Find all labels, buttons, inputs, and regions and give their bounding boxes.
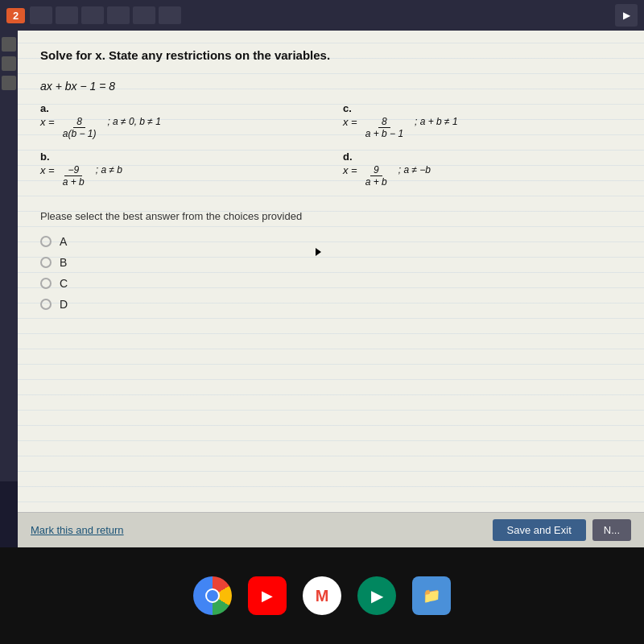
main-content: Solve for x. State any restrictions on t… — [18, 31, 644, 547]
side-item — [2, 56, 16, 71]
denominator-b: a + b — [60, 176, 88, 188]
files-icon[interactable]: 📁 — [412, 576, 451, 615]
bottom-buttons: Save and Exit N... — [493, 519, 631, 541]
chrome-center — [205, 588, 220, 603]
numerator-a: 8 — [73, 116, 85, 128]
tab-dot — [107, 6, 130, 24]
choice-d: d. x = 9 a + b ; a ≠ −b — [343, 151, 621, 188]
choice-a: a. x = 8 a(b − 1) ; a ≠ 0, b ≠ 1 — [40, 102, 319, 139]
choice-b-label: b. — [40, 151, 319, 163]
tab-dots — [30, 6, 610, 24]
save-exit-button[interactable]: Save and Exit — [493, 519, 586, 541]
youtube-icon[interactable]: ▶ — [248, 576, 287, 615]
radio-option-a[interactable]: A — [40, 235, 621, 248]
denominator-c: a + b − 1 — [362, 128, 407, 139]
choice-a-content: x = 8 a(b − 1) ; a ≠ 0, b ≠ 1 — [40, 116, 319, 139]
choice-c-content: x = 8 a + b − 1 ; a + b ≠ 1 — [343, 116, 621, 139]
restriction-d: ; a ≠ −b — [398, 164, 431, 175]
gmail-icon[interactable]: M — [303, 576, 341, 615]
tab-dot — [81, 6, 104, 24]
numerator-b: −9 — [64, 164, 82, 176]
restriction-c: ; a + b ≠ 1 — [415, 116, 458, 127]
x-equals-b: x = — [40, 164, 55, 176]
choice-d-label: d. — [343, 151, 621, 163]
radio-option-c[interactable]: C — [40, 277, 621, 290]
radio-circle-b[interactable] — [40, 257, 52, 268]
radio-label-a: A — [60, 235, 67, 248]
question-title: Solve for x. State any restrictions on t… — [40, 47, 621, 64]
fraction-b: −9 a + b — [60, 164, 88, 188]
choice-c-label: c. — [343, 102, 621, 114]
next-button[interactable]: N... — [592, 519, 631, 541]
choice-d-content: x = 9 a + b ; a ≠ −b — [343, 164, 621, 188]
numerator-c: 8 — [378, 116, 390, 128]
side-item — [2, 76, 16, 90]
radio-option-b[interactable]: B — [40, 256, 621, 269]
radio-label-b: B — [60, 256, 67, 269]
files-folder-icon: 📁 — [423, 587, 440, 605]
gmail-letter-icon: M — [316, 587, 329, 605]
tab-number[interactable]: 2 — [6, 8, 25, 23]
radio-option-d[interactable]: D — [40, 298, 621, 311]
tab-dot — [133, 6, 155, 24]
side-item — [2, 37, 16, 52]
radio-group: A B C D — [40, 235, 621, 311]
radio-label-d: D — [60, 298, 68, 311]
side-panel — [0, 31, 18, 481]
play-store-icon[interactable]: ▶ — [357, 576, 396, 615]
radio-circle-c[interactable] — [40, 278, 52, 289]
denominator-a: a(b − 1) — [60, 128, 100, 139]
play-button[interactable]: ▶ — [615, 4, 638, 27]
mouse-cursor — [316, 248, 321, 256]
select-prompt: Please select the best answer from the c… — [40, 210, 621, 222]
chrome-icon[interactable] — [193, 576, 232, 615]
fraction-d: 9 a + b — [362, 164, 390, 188]
choices-grid: a. x = 8 a(b − 1) ; a ≠ 0, b ≠ 1 c. x = … — [40, 102, 621, 188]
restriction-b: ; a ≠ b — [96, 164, 122, 175]
taskbar: ▶ M ▶ 📁 — [0, 547, 644, 644]
x-equals-a: x = — [40, 116, 55, 128]
restriction-a: ; a ≠ 0, b ≠ 1 — [107, 116, 161, 127]
numerator-d: 9 — [370, 164, 382, 176]
x-equals-d: x = — [343, 164, 357, 176]
radio-label-c: C — [60, 277, 68, 290]
choice-b-content: x = −9 a + b ; a ≠ b — [40, 164, 319, 188]
mark-return-link[interactable]: Mark this and return — [31, 524, 124, 536]
tab-dot — [56, 6, 78, 24]
top-bar: 2 ▶ — [0, 0, 644, 31]
play-store-arrow-icon: ▶ — [371, 586, 383, 605]
choice-a-label: a. — [40, 102, 319, 114]
denominator-d: a + b — [362, 176, 390, 188]
tab-dot — [30, 6, 52, 24]
choice-b: b. x = −9 a + b ; a ≠ b — [40, 151, 319, 188]
x-equals-c: x = — [343, 116, 357, 128]
fraction-c: 8 a + b − 1 — [362, 116, 407, 139]
radio-circle-d[interactable] — [40, 299, 52, 310]
radio-circle-a[interactable] — [40, 236, 52, 247]
tab-dot — [159, 6, 181, 24]
equation-line: ax + bx − 1 = 8 — [40, 80, 621, 93]
choice-c: c. x = 8 a + b − 1 ; a + b ≠ 1 — [343, 102, 621, 139]
fraction-a: 8 a(b − 1) — [60, 116, 100, 139]
bottom-bar: Mark this and return Save and Exit N... — [18, 512, 644, 547]
youtube-play-icon: ▶ — [262, 587, 273, 605]
